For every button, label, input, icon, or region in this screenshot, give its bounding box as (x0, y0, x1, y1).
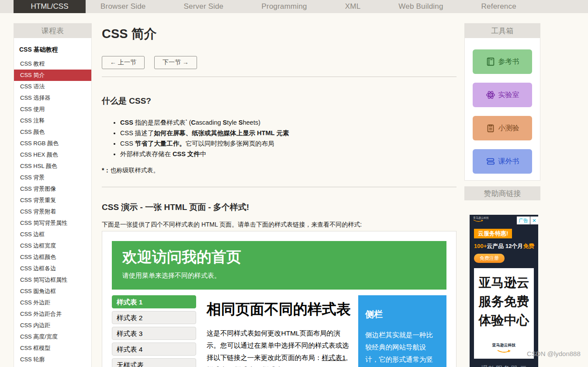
toolbox-button-label: 课外书 (498, 157, 519, 166)
ad-headline: 亚马逊云 (475, 273, 533, 292)
ad-footer-text: 爆款服务器 云 (470, 364, 538, 367)
page: HTML/CSS Browser SideServer SideProgramm… (0, 0, 588, 367)
demo-sidebar-text: 侧边栏其实就是一种比较经典的网站导航设计，它的形式通常为竖向的一列，展示在网站的… (365, 329, 439, 367)
what-is-css-bullets: CSS 指的是层叠样式表* (Cascading Style Sheets)CS… (102, 117, 457, 158)
course-list-item[interactable]: CSS 内边距 (14, 320, 91, 331)
ad-brand-name: 亚马逊云科技 (473, 217, 489, 219)
quiz-clipboard-icon (486, 123, 495, 133)
nav-tab[interactable]: XML (345, 2, 361, 11)
page-title: CSS 简介 (102, 25, 457, 43)
css-demo-intro: 下面是一张提供了四个不同样式表的 HTML 页面。请单击下面的样式表链接，来查看… (102, 221, 457, 229)
course-list-item[interactable]: CSS 外边距 (14, 297, 91, 308)
course-list-item[interactable]: CSS 轮廓 (14, 354, 91, 365)
ad-brand-logo: 亚马逊云科技 (473, 217, 489, 223)
course-list-item[interactable]: CSS 背景重复 (14, 195, 91, 206)
course-list-item[interactable]: CSS 背景 (14, 172, 91, 183)
demo-banner: 欢迎访问我的首页 请使用菜单来选择不同的样式表。 (112, 241, 446, 290)
nav-tab[interactable]: Server Side (184, 2, 224, 11)
course-items: CSS 教程CSS 简介CSS 语法CSS 选择器CSS 使用CSS 注释CSS… (14, 58, 91, 365)
course-list-item[interactable]: CSS 边框颜色 (14, 252, 91, 263)
what-is-css-heading: 什么是 CSS? (102, 95, 457, 107)
course-list-item[interactable]: CSS HEX 颜色 (14, 149, 91, 161)
toolbox-button[interactable]: 小测验 (473, 116, 532, 140)
demo-sidebar: 侧栏 侧边栏其实就是一种比较经典的网站导航设计，它的形式通常为竖向的一列，展示在… (358, 295, 446, 367)
course-list-item[interactable]: CSS 教程 (14, 58, 91, 70)
next-section-button[interactable]: 下一节 → (154, 56, 197, 69)
sponsor-header: 赞助商链接 (464, 186, 540, 200)
course-list-item[interactable]: CSS 框模型 (14, 343, 91, 354)
prev-section-button[interactable]: ← 上一节 (102, 56, 145, 69)
toolbox-sidebar: 工具箱 参考书 实验室 小测验 课外书 赞助商链接 (464, 23, 540, 367)
demo-stylesheet-button[interactable]: 样式表 2 (112, 311, 196, 324)
course-list-item[interactable]: CSS 背景附着 (14, 206, 91, 217)
ad-signup-button[interactable]: 免费注册 (474, 254, 505, 263)
toolbox-button-label: 参考书 (498, 57, 519, 66)
course-list-item[interactable]: CSS RGB 颜色 (14, 138, 91, 149)
demo-banner-title: 欢迎访问我的首页 (122, 248, 436, 266)
nav-tabs: Browser SideServer SideProgrammingXMLWeb… (100, 2, 516, 11)
course-list-item[interactable]: CSS 使用 (14, 104, 91, 115)
course-list-item[interactable]: CSS 简写背景属性 (14, 217, 91, 229)
demo-stylesheet-button[interactable]: 无样式表 (112, 358, 196, 367)
course-list-item[interactable]: CSS 边框 (14, 229, 91, 240)
course-list-item[interactable]: CSS 背景图像 (14, 183, 91, 195)
pager: ← 上一节 下一节 → (102, 56, 457, 69)
footnote: *：也称级联样式表。 (102, 167, 457, 175)
bullet-item: 外部样式表存储在 CSS 文件中 (120, 150, 457, 158)
ad-headline: 服务免费 (475, 292, 533, 311)
course-list-item[interactable]: CSS 外边距合并 (14, 308, 91, 320)
ad-promo-badge: 云服务特惠! (474, 229, 512, 238)
course-list-item[interactable]: CSS 边框宽度 (14, 240, 91, 252)
course-list-item[interactable]: CSS 语法 (14, 81, 91, 92)
nav-tab[interactable]: Reference (481, 2, 516, 11)
course-list-item[interactable]: CSS HSL 颜色 (14, 161, 91, 172)
toolbox-button-label: 小测验 (498, 124, 519, 133)
divider (102, 77, 457, 77)
nav-tab[interactable]: Web Building (398, 2, 443, 11)
ad-card-brand: 亚马逊云科技 (475, 343, 533, 347)
ad-label: 广告 (517, 217, 530, 224)
bullet-item: CSS 描述了如何在屏幕、纸张或其他媒体上显示 HTML 元素 (120, 129, 457, 137)
ad-card-lines: 亚马逊云服务免费体验中心 (475, 273, 533, 330)
inline-link[interactable]: 样式表1 (322, 354, 346, 361)
course-list-item[interactable]: CSS 简写边框属性 (14, 274, 91, 286)
course-section-title: CSS 基础教程 (14, 41, 91, 58)
amazon-smile-icon (473, 220, 484, 222)
toolbox-button[interactable]: 实验室 (473, 83, 532, 107)
nav-tab[interactable]: Browser Side (100, 2, 146, 11)
demo-content-text: 这是不同样式表如何更改HTML页面布局的演示。您可以通过在菜单中选择不同的样式表… (207, 327, 352, 367)
demo-banner-subtitle: 请使用菜单来选择不同的样式表。 (122, 272, 436, 280)
footnote-asterisk: *： (102, 167, 110, 174)
course-list-item[interactable]: CSS 选择器 (14, 92, 91, 104)
course-list-item[interactable]: CSS 注释 (14, 115, 91, 126)
course-list-item[interactable]: CSS 边框各边 (14, 263, 91, 274)
course-list-item[interactable]: CSS 高度/宽度 (14, 331, 91, 343)
sponsor-ad[interactable]: 亚马逊云科技 广告 × 云服务特惠! 100+云产品 12个月免费 免费注册 亚… (470, 215, 538, 367)
nav-tab-html-css[interactable]: HTML/CSS (14, 0, 86, 13)
course-list-item[interactable]: CSS 简介 (14, 70, 91, 81)
bullet-item: CSS 节省了大量工作。它可以同时控制多张网页的布局 (120, 140, 457, 147)
toolbox-button-label: 实验室 (498, 91, 519, 100)
demo-stylesheet-button[interactable]: 样式表 4 (112, 343, 196, 356)
toolbox-header: 工具箱 (464, 23, 540, 38)
ad-close-icon[interactable]: × (530, 217, 538, 224)
demo-stylesheet-button[interactable]: 样式表 3 (112, 327, 196, 340)
course-list-item[interactable]: CSS 圆角边框 (14, 286, 91, 297)
ad-offer-line: 100+云产品 12个月免费 (474, 242, 538, 250)
lab-atom-icon (486, 90, 495, 100)
course-list-item[interactable]: CSS 颜色 (14, 126, 91, 138)
toolbox-button[interactable]: 课外书 (473, 149, 532, 174)
demo-body: 样式表 1样式表 2样式表 3样式表 4无样式表 相同页面不同的样式表 这是不同… (112, 295, 446, 367)
demo-stylesheet-button[interactable]: 样式表 1 (112, 295, 196, 308)
ad-card[interactable]: 亚马逊云服务免费体验中心 亚马逊云科技 (474, 268, 534, 359)
toolbox-button[interactable]: 参考书 (473, 49, 532, 74)
amazon-smile-icon (497, 350, 512, 353)
divider (102, 187, 457, 187)
demo-content-title: 相同页面不同的样式表 (207, 300, 352, 319)
nav-tab[interactable]: Programming (262, 2, 307, 11)
ad-headline: 体验中心 (475, 311, 533, 330)
demo-stylesheet-menu: 样式表 1样式表 2样式表 3样式表 4无样式表 (112, 295, 196, 367)
extra-books-icon (486, 157, 495, 166)
watermark: CSDN @lydon888 (527, 350, 581, 357)
reference-book-icon (486, 57, 495, 66)
